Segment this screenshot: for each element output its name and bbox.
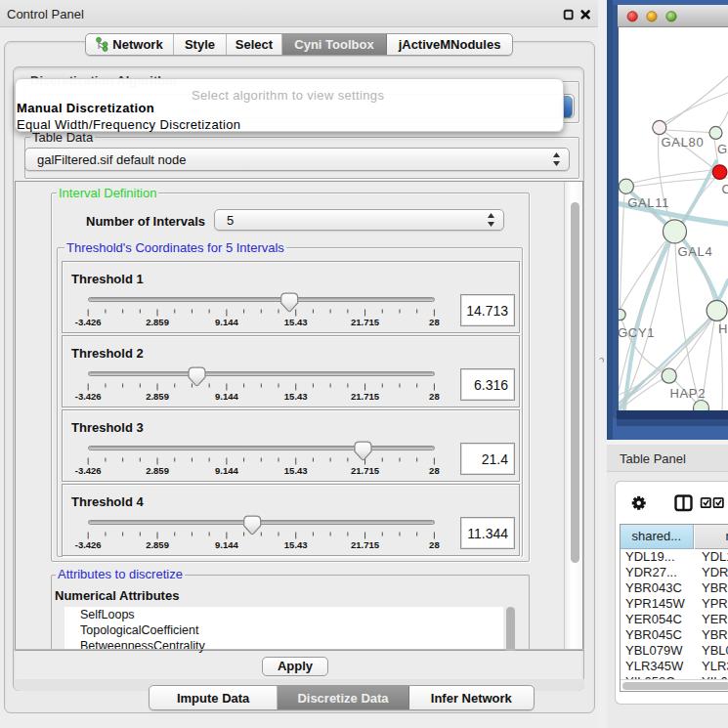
svg-text:GAL4: GAL4 xyxy=(677,244,712,259)
svg-text:H: H xyxy=(718,321,728,336)
svg-text:C: C xyxy=(722,182,728,196)
svg-text:GA: GA xyxy=(717,142,728,156)
svg-text:GAL11: GAL11 xyxy=(627,195,669,210)
svg-text:GAL80: GAL80 xyxy=(662,135,705,150)
svg-text:GCY1: GCY1 xyxy=(618,325,655,340)
svg-text:HAP2: HAP2 xyxy=(669,386,706,401)
